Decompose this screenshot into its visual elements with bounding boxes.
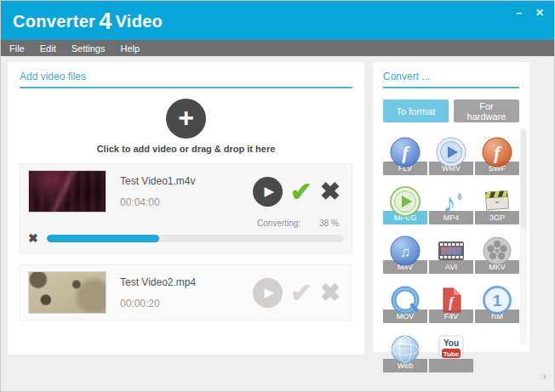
- video-actions-1: ▶ ✔ ✖: [253, 177, 344, 207]
- mp4-glyph: ♪: [443, 189, 456, 217]
- wmv-icon: [434, 135, 468, 169]
- f4v-icon: f: [434, 283, 468, 317]
- youtube-icon: YouTube: [434, 332, 468, 366]
- video-thumbnail-2: [28, 271, 106, 314]
- app-window: Converter4Video – ✕ File Edit Settings H…: [0, 0, 555, 392]
- window-controls: – ✕: [516, 7, 544, 19]
- menu-edit[interactable]: Edit: [40, 43, 56, 54]
- converting-label: Converting:: [257, 219, 300, 228]
- m4v-glyph: ♫: [400, 244, 411, 260]
- video-row-2: Test Video2.mp4 00:00:20 ▶ ✔ ✖: [28, 271, 344, 314]
- mpeg-icon: [388, 185, 422, 219]
- video-duration-2: 00:00:20: [120, 298, 196, 310]
- convert-panel: Convert ... To format For hardware f FLV…: [373, 62, 529, 352]
- menu-settings[interactable]: Settings: [72, 43, 106, 54]
- menu-bar: File Edit Settings Help: [1, 40, 554, 56]
- add-video-panel: Add video files + Click to add video or …: [8, 62, 364, 355]
- avi-icon: [434, 234, 468, 268]
- video-row-1: Test Video1.m4v 00:04:00 ▶ ✔ ✖: [28, 170, 344, 213]
- video-thumbnail-1: [28, 170, 106, 213]
- threegp-icon: [480, 185, 514, 219]
- to-format-button[interactable]: To format: [383, 99, 449, 122]
- add-panel-header: Add video files: [20, 71, 352, 88]
- title-bar: Converter4Video – ✕: [1, 1, 554, 40]
- close-icon[interactable]: ✕: [535, 7, 544, 19]
- youtube-text-bottom: Tube: [443, 350, 460, 358]
- rm-icon: 1: [480, 283, 514, 317]
- video-duration-1: 00:04:00: [120, 196, 196, 208]
- scrollbar[interactable]: [520, 128, 527, 345]
- expand-arrow-icon[interactable]: ›: [542, 369, 546, 383]
- app-title-part1: Converter: [13, 12, 95, 31]
- progress-bar-fill: [47, 235, 160, 242]
- progress-bar: [47, 235, 344, 242]
- format-grid: f FLV WMV f SWF MPEG: [383, 135, 519, 372]
- format-rm[interactable]: 1 RM: [475, 283, 519, 323]
- mp4-icon: ♪: [434, 185, 468, 219]
- check-icon[interactable]: ✔: [290, 179, 312, 205]
- m4v-icon: ♫: [388, 234, 422, 268]
- app-title: Converter4Video: [13, 9, 163, 35]
- convert-mode-buttons: To format For hardware: [383, 99, 519, 122]
- web-globe-icon: [388, 332, 422, 366]
- menu-help[interactable]: Help: [120, 43, 140, 54]
- video-info-2: Test Video2.mp4 00:00:20: [120, 276, 196, 310]
- cancel-convert-icon[interactable]: ✖: [28, 231, 38, 245]
- add-video-button[interactable]: +: [166, 99, 206, 139]
- video-info-1: Test Video1.m4v 00:04:00: [120, 175, 196, 208]
- format-f4v[interactable]: f F4V: [429, 283, 473, 323]
- flv-icon: f: [388, 135, 422, 169]
- remove-icon[interactable]: ✖: [320, 179, 340, 204]
- format-mp4[interactable]: ♪ MP4: [429, 185, 473, 224]
- scrollbar-thumb[interactable]: [521, 130, 526, 228]
- format-avi[interactable]: AVI: [429, 234, 473, 274]
- remove-icon-2[interactable]: ✖: [320, 281, 340, 305]
- app-title-part3: Video: [116, 12, 163, 31]
- drop-hint-text[interactable]: Click to add video or drag & drop it her…: [20, 144, 352, 154]
- convert-panel-header: Convert ...: [383, 71, 519, 88]
- progress-percent: 38 %: [319, 219, 339, 228]
- video-actions-2: ▶ ✔ ✖: [253, 278, 344, 308]
- app-title-part2: 4: [99, 9, 112, 34]
- add-video-area: + Click to add video or drag & drop it h…: [20, 99, 352, 154]
- swf-icon: f: [480, 135, 514, 169]
- rm-glyph: 1: [493, 292, 502, 310]
- play-icon-disabled: ▶: [253, 278, 283, 308]
- progress-meta: Converting: 38 %: [28, 219, 344, 228]
- progress-row: ✖: [28, 231, 344, 245]
- play-icon[interactable]: ▶: [253, 177, 283, 207]
- format-mkv[interactable]: MKV: [475, 234, 519, 274]
- video-item-2: Test Video2.mp4 00:00:20 ▶ ✔ ✖: [20, 264, 352, 321]
- format-wmv[interactable]: WMV: [429, 135, 473, 175]
- format-swf[interactable]: f SWF: [475, 135, 519, 175]
- for-hardware-button[interactable]: For hardware: [454, 99, 519, 122]
- video-name-1: Test Video1.m4v: [120, 175, 196, 187]
- mkv-icon: [480, 234, 514, 268]
- format-m4v[interactable]: ♫ M4V: [383, 234, 427, 274]
- menu-file[interactable]: File: [9, 43, 25, 54]
- mov-icon: [388, 283, 422, 317]
- format-mpeg[interactable]: MPEG: [383, 185, 427, 224]
- format-3gp[interactable]: 3GP: [475, 185, 519, 224]
- format-mov[interactable]: MOV: [383, 283, 427, 323]
- check-icon-disabled: ✔: [290, 280, 312, 306]
- minimize-icon[interactable]: –: [516, 7, 522, 19]
- format-flv[interactable]: f FLV: [383, 135, 427, 175]
- video-item-1: Test Video1.m4v 00:04:00 ▶ ✔ ✖ Convertin…: [20, 163, 352, 253]
- format-web[interactable]: Web: [383, 332, 427, 372]
- format-youtube[interactable]: YouTube: [429, 332, 473, 372]
- video-name-2: Test Video2.mp4: [120, 276, 196, 288]
- youtube-text-top: You: [443, 338, 459, 348]
